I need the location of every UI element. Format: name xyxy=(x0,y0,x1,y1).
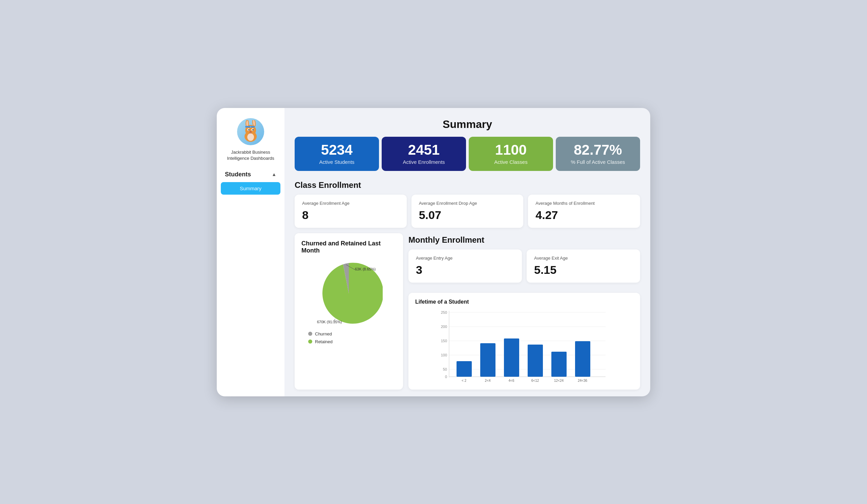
svg-point-12 xyxy=(249,131,251,132)
svg-point-3 xyxy=(246,121,248,127)
legend-churned: Churned xyxy=(308,331,396,337)
svg-text:2<4: 2<4 xyxy=(485,379,491,383)
svg-text:200: 200 xyxy=(441,325,447,329)
percent-full-label: % Full of Active Classes xyxy=(571,159,625,165)
bar-2to4 xyxy=(480,343,495,377)
churned-retained-title: Churned and Retained Last Month xyxy=(301,240,396,254)
dashboard-container: Jackrabbit Business Intelligence Dashboa… xyxy=(217,108,650,396)
card-active-students: 5234 Active Students xyxy=(295,137,379,171)
metric-avg-months-title: Average Months of Enrollment xyxy=(535,201,633,206)
metric-avg-enrollment-age-value: 8 xyxy=(302,208,399,222)
logo-mascot xyxy=(239,120,262,143)
lifetime-chart-title: Lifetime of a Student xyxy=(415,299,633,305)
class-enrollment-header: Class Enrollment xyxy=(295,180,640,190)
svg-text:6<12: 6<12 xyxy=(531,379,539,383)
sidebar-students-header[interactable]: Students ▲ xyxy=(221,168,280,181)
monthly-enrollment-header: Monthly Enrollment xyxy=(408,235,640,245)
retained-label: 670K (91.35%) xyxy=(317,320,342,324)
metric-avg-enrollment-age: Average Enrollment Age 8 xyxy=(295,195,407,228)
svg-rect-6 xyxy=(245,126,255,128)
pie-legend: Churned Retained xyxy=(301,331,396,344)
main-content: Summary 5234 Active Students 2451 Active… xyxy=(285,108,650,396)
metric-avg-months-value: 4.27 xyxy=(535,208,633,222)
bar-4to6 xyxy=(504,339,519,377)
summary-cards-row: 5234 Active Students 2451 Active Enrollm… xyxy=(295,137,640,171)
churned-legend-label: Churned xyxy=(315,331,332,337)
metric-avg-exit-age: Average Exit Age 5.15 xyxy=(527,250,640,283)
bar-6to12 xyxy=(528,344,543,377)
active-classes-number: 1100 xyxy=(495,143,527,157)
lifetime-chart-area: 250 200 150 100 50 0 xyxy=(415,309,633,383)
metric-avg-exit-age-value: 5.15 xyxy=(534,263,633,276)
sidebar: Jackrabbit Business Intelligence Dashboa… xyxy=(217,108,285,396)
sidebar-students-section: Students ▲ Summary xyxy=(217,168,285,196)
right-bottom-section: Monthly Enrollment Average Entry Age 3 A… xyxy=(408,233,640,390)
metric-avg-entry-age: Average Entry Age 3 xyxy=(408,250,522,283)
churned-dot xyxy=(308,332,312,336)
metric-avg-months: Average Months of Enrollment 4.27 xyxy=(528,195,640,228)
active-enrollments-number: 2451 xyxy=(408,143,440,157)
metric-avg-exit-age-title: Average Exit Age xyxy=(534,255,633,261)
class-enrollment-metrics: Average Enrollment Age 8 Average Enrollm… xyxy=(295,195,640,228)
sidebar-students-label: Students xyxy=(225,171,251,178)
svg-text:150: 150 xyxy=(441,339,447,343)
logo-circle xyxy=(237,118,264,145)
svg-text:4<6: 4<6 xyxy=(509,379,514,383)
pie-chart-container: 63K (8.65%) 670K (91.35%) xyxy=(315,260,383,327)
percent-full-number: 82.77% xyxy=(574,143,622,157)
active-students-number: 5234 xyxy=(321,143,353,157)
card-active-classes: 1100 Active Classes xyxy=(469,137,553,171)
chevron-up-icon: ▲ xyxy=(271,172,276,177)
monthly-metrics-row: Average Entry Age 3 Average Exit Age 5.1… xyxy=(408,250,640,283)
churned-retained-section: Churned and Retained Last Month 63K (8.6… xyxy=(295,233,403,390)
metric-avg-drop-age-value: 5.07 xyxy=(419,208,516,222)
monthly-enrollment-section: Monthly Enrollment Average Entry Age 3 A… xyxy=(408,233,640,287)
retained-dot xyxy=(308,340,312,343)
active-enrollments-label: Active Enrollments xyxy=(403,159,445,165)
bar-24to36 xyxy=(575,341,590,377)
active-classes-label: Active Classes xyxy=(494,159,527,165)
svg-point-11 xyxy=(252,129,254,130)
bottom-row: Churned and Retained Last Month 63K (8.6… xyxy=(295,233,640,390)
lifetime-bar-chart-svg: 250 200 150 100 50 0 xyxy=(415,309,633,383)
retained-legend-label: Retained xyxy=(315,339,333,344)
svg-text:24<36: 24<36 xyxy=(578,379,588,383)
card-percent-full: 82.77% % Full of Active Classes xyxy=(556,137,640,171)
svg-text:0: 0 xyxy=(445,375,447,379)
metric-avg-entry-age-value: 3 xyxy=(416,263,514,276)
page-title: Summary xyxy=(295,118,640,131)
legend-retained: Retained xyxy=(308,339,396,344)
bar-12to24 xyxy=(552,352,567,377)
svg-text:< 2: < 2 xyxy=(462,379,467,383)
svg-text:250: 250 xyxy=(441,310,447,315)
svg-text:50: 50 xyxy=(443,367,447,371)
card-active-enrollments: 2451 Active Enrollments xyxy=(382,137,466,171)
svg-point-10 xyxy=(248,129,249,130)
bar-lt2 xyxy=(457,361,472,377)
active-students-label: Active Students xyxy=(319,159,354,165)
sidebar-item-summary[interactable]: Summary xyxy=(221,182,280,195)
svg-point-13 xyxy=(247,133,254,141)
metric-avg-enrollment-age-title: Average Enrollment Age xyxy=(302,201,399,206)
metric-avg-entry-age-title: Average Entry Age xyxy=(416,255,514,261)
sidebar-brand-title: Jackrabbit Business Intelligence Dashboa… xyxy=(217,149,285,162)
metric-avg-drop-age-title: Average Enrollment Drop Age xyxy=(419,201,516,206)
lifetime-chart-section: Lifetime of a Student 250 200 150 100 50… xyxy=(408,293,640,390)
svg-text:100: 100 xyxy=(441,353,447,357)
svg-text:12<24: 12<24 xyxy=(554,379,564,383)
churned-label: 63K (8.65%) xyxy=(355,267,376,271)
metric-avg-drop-age: Average Enrollment Drop Age 5.07 xyxy=(411,195,524,228)
